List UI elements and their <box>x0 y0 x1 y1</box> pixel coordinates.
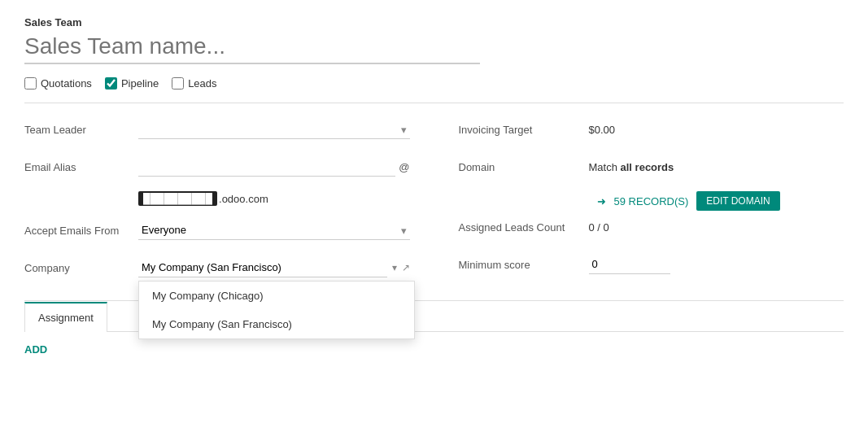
email-alias-control: @ <box>138 157 410 177</box>
pipeline-checkbox[interactable] <box>105 77 117 90</box>
min-score-label: Minimum score <box>459 259 589 271</box>
min-score-input[interactable] <box>589 255 670 274</box>
records-row: ➜ 59 RECORD(S) EDIT DOMAIN <box>459 191 844 211</box>
quotations-checkbox[interactable] <box>24 77 37 90</box>
email-alias-label: Email Alias <box>24 161 138 173</box>
odoo-domain: .odoo.com <box>219 193 268 205</box>
domain-value: Match all records <box>589 161 844 173</box>
pipeline-label: Pipeline <box>121 77 159 90</box>
checkboxes-row: Quotations Pipeline Leads <box>24 77 844 90</box>
domain-bold: all records <box>621 161 674 173</box>
leads-checkbox-item[interactable]: Leads <box>172 77 216 90</box>
assigned-leads-value: 0 / 0 <box>589 221 844 234</box>
external-link-icon[interactable]: ↗ <box>402 262 410 273</box>
tab-assignment[interactable]: Assignment <box>24 302 107 332</box>
edit-domain-button[interactable]: EDIT DOMAIN <box>696 191 779 211</box>
dropdown-arrow-icon: ▾ <box>392 262 397 273</box>
full-email-row: ██████████ .odoo.com <box>24 191 410 206</box>
leads-checkbox[interactable] <box>172 77 184 90</box>
email-prefix: ██████████ <box>138 191 217 206</box>
invoicing-target-value: $0.00 <box>589 124 844 136</box>
email-row: @ <box>138 157 410 177</box>
company-label: Company <box>24 262 138 274</box>
domain-text: Match <box>589 161 617 173</box>
team-leader-label: Team Leader <box>24 124 138 136</box>
company-row: Company ▾ ↗ My Company (Chicago) My Comp… <box>24 255 410 281</box>
accept-emails-label: Accept Emails From <box>24 225 138 237</box>
right-form: Invoicing Target $0.00 Domain Match all … <box>459 116 844 292</box>
arrow-right-icon: ➜ <box>597 195 606 207</box>
team-leader-select-wrapper[interactable] <box>138 120 410 139</box>
email-alias-input[interactable] <box>138 157 395 177</box>
invoicing-target-row: Invoicing Target $0.00 <box>459 116 844 142</box>
accept-emails-select[interactable]: Everyone Authenticated Followers only <box>138 220 410 240</box>
min-score-row: Minimum score <box>459 251 844 277</box>
assigned-leads-row: Assigned Leads Count 0 / 0 <box>459 214 844 240</box>
dropdown-item-chicago[interactable]: My Company (Chicago) <box>139 282 414 310</box>
form-section: Team Leader Email Alias @ <box>24 116 844 292</box>
divider <box>24 103 844 103</box>
add-button[interactable]: ADD <box>24 332 47 367</box>
company-input-wrapper: ▾ ↗ <box>138 258 410 277</box>
left-form: Team Leader Email Alias @ <box>24 116 410 292</box>
quotations-label: Quotations <box>41 77 92 90</box>
at-sign: @ <box>399 161 409 173</box>
company-input[interactable] <box>138 258 387 277</box>
domain-label: Domain <box>459 161 589 173</box>
assigned-leads-label: Assigned Leads Count <box>459 221 589 234</box>
full-email-value: ██████████ .odoo.com <box>138 191 268 206</box>
domain-row: Domain Match all records <box>459 154 844 180</box>
accept-emails-row: Accept Emails From Everyone Authenticate… <box>24 217 410 243</box>
pipeline-checkbox-item[interactable]: Pipeline <box>105 77 159 90</box>
accept-emails-select-wrapper[interactable]: Everyone Authenticated Followers only <box>138 220 410 240</box>
quotations-checkbox-item[interactable]: Quotations <box>24 77 92 90</box>
sales-team-label: Sales Team <box>24 16 844 28</box>
leads-label: Leads <box>188 77 216 90</box>
dropdown-item-sf[interactable]: My Company (San Francisco) <box>139 310 414 338</box>
team-leader-select[interactable] <box>138 120 410 139</box>
team-leader-row: Team Leader <box>24 116 410 142</box>
email-alias-row: Email Alias @ <box>24 154 410 180</box>
records-count[interactable]: 59 RECORD(S) <box>614 195 689 207</box>
invoicing-target-label: Invoicing Target <box>459 124 589 136</box>
company-dropdown: My Company (Chicago) My Company (San Fra… <box>138 281 415 339</box>
sales-team-name-input[interactable] <box>24 33 480 64</box>
